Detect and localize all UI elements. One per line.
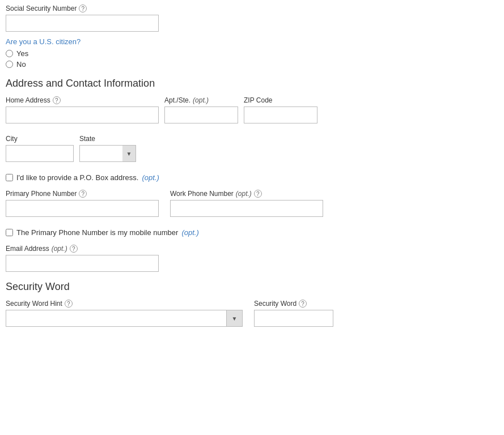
security-hint-label: Security Word Hint ? — [6, 300, 243, 308]
address-row: Home Address ? Apt./Ste. (opt.) ZIP Code — [6, 96, 498, 129]
mobile-checkbox[interactable] — [6, 229, 13, 236]
primary-phone-label: Primary Phone Number ? — [6, 190, 159, 198]
security-word-hint-group: Security Word Hint ? ▼ — [6, 300, 243, 327]
ssn-label: Social Security Number ? — [6, 5, 498, 12]
po-box-row: I'd like to provide a P.O. Box address. … — [6, 173, 498, 182]
security-word-grid: Security Word Hint ? ▼ Security Word ? — [6, 300, 498, 332]
state-label: State — [79, 135, 136, 143]
po-box-opt-label: (opt.) — [142, 173, 159, 182]
work-phone-input[interactable] — [170, 200, 323, 217]
state-select[interactable]: AL AK AZ CA CO FL NY TX — [79, 145, 136, 162]
address-section-title: Address and Contact Information — [6, 78, 498, 89]
security-word-help-icon[interactable]: ? — [299, 300, 307, 308]
citizen-no-label: No — [16, 60, 26, 69]
ssn-section: Social Security Number ? — [6, 5, 498, 32]
state-select-wrapper: AL AK AZ CA CO FL NY TX ▼ — [79, 145, 136, 162]
security-word-group: Security Word ? — [254, 300, 333, 327]
citizen-no-radio[interactable] — [6, 61, 13, 68]
citizen-section: Are you a U.S. citizen? Yes No — [6, 37, 498, 69]
phone-row: Primary Phone Number ? Work Phone Number… — [6, 190, 498, 223]
citizen-radio-group: Yes No — [6, 49, 498, 69]
zip-input[interactable] — [244, 106, 317, 123]
ssn-help-icon[interactable]: ? — [79, 5, 87, 12]
security-word-input[interactable] — [254, 310, 333, 327]
email-input[interactable] — [6, 255, 159, 272]
work-phone-label: Work Phone Number (opt.) ? — [170, 190, 323, 198]
apt-group: Apt./Ste. (opt.) — [164, 96, 238, 123]
hint-dropdown-arrow-icon[interactable]: ▼ — [227, 310, 243, 327]
primary-phone-group: Primary Phone Number ? — [6, 190, 159, 217]
home-address-group: Home Address ? — [6, 96, 159, 123]
apt-label: Apt./Ste. (opt.) — [164, 96, 238, 104]
work-phone-help-icon[interactable]: ? — [254, 190, 262, 198]
city-label: City — [6, 135, 74, 143]
ssn-input[interactable] — [6, 15, 159, 32]
mobile-label: The Primary Phone Number is my mobile nu… — [16, 228, 178, 237]
work-phone-group: Work Phone Number (opt.) ? — [170, 190, 323, 217]
citizen-question: Are you a U.S. citizen? — [6, 37, 498, 46]
apt-input[interactable] — [164, 106, 238, 123]
citizen-yes-label: Yes — [16, 49, 28, 58]
hint-input-row: ▼ — [6, 310, 243, 327]
city-group: City — [6, 135, 74, 162]
primary-phone-help-icon[interactable]: ? — [79, 190, 87, 198]
po-box-label: I'd like to provide a P.O. Box address. — [16, 173, 138, 182]
citizen-yes-option[interactable]: Yes — [6, 49, 498, 58]
state-group: State AL AK AZ CA CO FL NY TX ▼ — [79, 135, 136, 162]
home-address-label: Home Address ? — [6, 96, 159, 104]
home-address-help-icon[interactable]: ? — [53, 96, 61, 104]
po-box-checkbox[interactable] — [6, 174, 13, 181]
zip-label: ZIP Code — [244, 96, 317, 104]
email-label: Email Address (opt.) ? — [6, 245, 498, 253]
citizen-yes-radio[interactable] — [6, 50, 13, 57]
city-state-row: City State AL AK AZ CA CO FL NY TX ▼ — [6, 135, 498, 168]
security-word-section: Security Word Security Word Hint ? ▼ Sec… — [6, 281, 498, 332]
home-address-input[interactable] — [6, 106, 159, 123]
email-help-icon[interactable]: ? — [70, 245, 78, 253]
zip-group: ZIP Code — [244, 96, 317, 123]
primary-phone-input[interactable] — [6, 200, 159, 217]
email-group: Email Address (opt.) ? — [6, 245, 498, 272]
security-hint-help-icon[interactable]: ? — [65, 300, 73, 308]
security-word-title: Security Word — [6, 281, 498, 293]
security-hint-input[interactable] — [6, 310, 227, 327]
city-input[interactable] — [6, 145, 74, 162]
citizen-no-option[interactable]: No — [6, 60, 498, 69]
security-word-label: Security Word ? — [254, 300, 333, 308]
mobile-checkbox-row: The Primary Phone Number is my mobile nu… — [6, 228, 498, 237]
mobile-opt-label: (opt.) — [181, 228, 198, 237]
